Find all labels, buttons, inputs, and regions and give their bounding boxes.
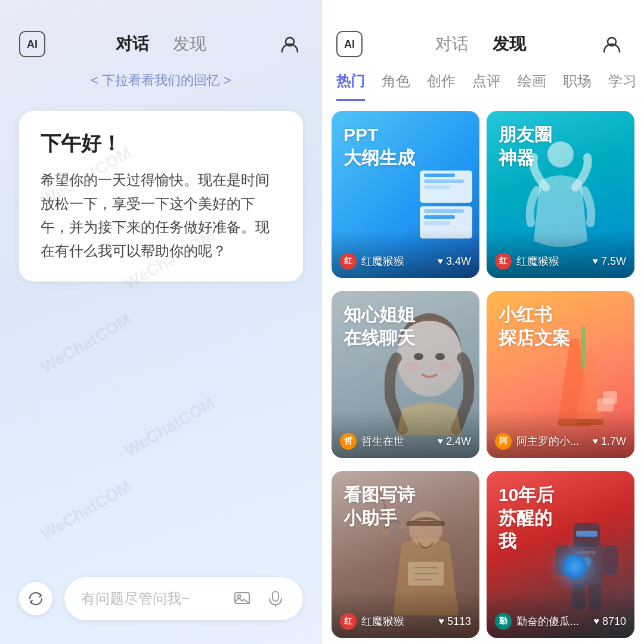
right-nav: 对话 发现 xyxy=(363,33,599,55)
mini-slide-1 xyxy=(420,171,472,203)
card-friends-author-name: 红魔猴猴 xyxy=(516,254,559,268)
card-poem-author: 红 红魔猴猴 xyxy=(340,613,404,630)
svg-rect-3 xyxy=(273,592,278,601)
card-future-author: 勤 勤奋的傻瓜... xyxy=(495,613,579,630)
card-sister-avatar: 哲 xyxy=(340,433,357,450)
card-future-avatar: 勤 xyxy=(495,613,512,630)
right-header: AI 对话 发现 xyxy=(322,0,644,67)
card-sister-likes: ♥ 2.4W xyxy=(437,435,471,448)
cat-review[interactable]: 点评 xyxy=(472,72,501,101)
avatar-letter-sister: 哲 xyxy=(340,433,357,450)
card-xhs-author-name: 阿主罗的小... xyxy=(516,434,579,448)
card-poem[interactable]: 看图写诗小助手 红 红魔猴猴 ♥ 5113 xyxy=(332,471,479,638)
svg-point-8 xyxy=(414,353,423,360)
input-icons xyxy=(231,588,286,609)
heart-icon-ppt: ♥ xyxy=(437,256,443,267)
friends-likes-count: 7.5W xyxy=(601,255,626,268)
memory-bar[interactable]: < 下拉看看我们的回忆 > xyxy=(0,67,322,101)
card-poem-likes: ♥ 5113 xyxy=(438,615,471,628)
svg-rect-16 xyxy=(603,391,617,404)
left-nav-duihua[interactable]: 对话 xyxy=(116,33,149,55)
refresh-button[interactable] xyxy=(19,582,52,615)
glow-orb xyxy=(563,555,587,578)
card-sister[interactable]: 知心姐姐在线聊天 哲 哲生在世 ♥ 2.4W xyxy=(332,291,479,458)
card-future[interactable]: 10年后苏醒的我 勤 勤奋的傻瓜... ♥ 8710 xyxy=(487,471,634,638)
right-nav-duihua[interactable]: 对话 xyxy=(435,33,469,55)
xhs-likes-count: 1.7W xyxy=(601,435,626,448)
card-friends-title: 朋友圈神器 xyxy=(499,123,628,169)
card-ppt-likes: ♥ 3.4W xyxy=(437,255,471,268)
chat-bubble: 下午好！ 希望你的一天过得愉快。现在是时间放松一下，享受一下这个美好的下午，并为… xyxy=(19,111,303,281)
card-xhs-footer: 阿 阿主罗的小... ♥ 1.7W xyxy=(495,433,626,450)
watermark-4: WeChatCOM xyxy=(121,394,218,460)
card-ppt-title: PPT大纲生成 xyxy=(343,123,473,169)
right-panel: AI 对话 发现 热门 角色 创作 点评 绘画 职场 学习 xyxy=(322,0,644,644)
poem-likes-count: 5113 xyxy=(447,615,471,628)
future-likes-count: 8710 xyxy=(602,615,626,628)
card-poem-footer: 红 红魔猴猴 ♥ 5113 xyxy=(340,613,471,630)
svg-point-11 xyxy=(439,363,453,371)
svg-point-10 xyxy=(405,363,420,371)
cat-study[interactable]: 学习 xyxy=(608,72,637,101)
mic-icon[interactable] xyxy=(265,588,286,609)
heart-icon-poem: ♥ xyxy=(438,616,444,627)
card-ppt-avatar: 红 xyxy=(340,253,357,270)
card-xiaohongshu[interactable]: 小红书探店文案 阿 阿主罗的小... ♥ 1.7W xyxy=(487,291,634,458)
avatar-letter-poem: 红 xyxy=(340,613,357,630)
avatar-letter: 红 xyxy=(340,253,357,270)
ppt-decorations xyxy=(420,171,472,239)
card-ppt-footer: 红 红魔猴猴 ♥ 3.4W xyxy=(340,253,471,270)
chat-title: 下午好！ xyxy=(41,130,281,157)
card-xhs-likes: ♥ 1.7W xyxy=(592,435,626,448)
card-friends-avatar: 红 xyxy=(495,253,512,270)
cat-create[interactable]: 创作 xyxy=(427,72,456,101)
card-sister-author-name: 哲生在世 xyxy=(361,434,404,448)
card-friends[interactable]: 朋友圈神器 红 红魔猴猴 ♥ 7.5W xyxy=(487,111,634,278)
cat-hot[interactable]: 热门 xyxy=(336,72,365,101)
chat-input-box[interactable]: 有问题尽管问我~ xyxy=(64,577,303,620)
card-future-footer: 勤 勤奋的傻瓜... ♥ 8710 xyxy=(495,613,626,630)
card-future-title: 10年后苏醒的我 xyxy=(499,483,628,553)
card-ppt-author: 红 红魔猴猴 xyxy=(340,253,404,270)
left-panel: AI 对话 发现 < 下拉看看我们的回忆 > 下午好！ 希望你的一天过得愉快。现… xyxy=(0,0,322,644)
avatar-letter-friends: 红 xyxy=(495,253,512,270)
card-future-author-name: 勤奋的傻瓜... xyxy=(516,614,579,628)
card-xhs-author: 阿 阿主罗的小... xyxy=(495,433,579,450)
watermark-3: WeChatCOM xyxy=(38,310,134,377)
left-profile-icon[interactable] xyxy=(277,31,303,57)
watermark-5: WeChatCOM xyxy=(38,477,134,544)
chat-text: 希望你的一天过得愉快。现在是时间放松一下，享受一下这个美好的下午，并为接下来的任… xyxy=(41,168,281,262)
card-xhs-title: 小红书探店文案 xyxy=(499,303,628,349)
card-sister-author: 哲 哲生在世 xyxy=(340,433,404,450)
right-nav-faxian[interactable]: 发现 xyxy=(493,33,526,55)
sister-likes-count: 2.4W xyxy=(446,435,471,448)
card-sister-title: 知心姐姐在线聊天 xyxy=(343,303,473,349)
card-poem-author-name: 红魔猴猴 xyxy=(361,614,404,628)
card-friends-footer: 红 红魔猴猴 ♥ 7.5W xyxy=(495,253,626,270)
svg-point-2 xyxy=(238,595,241,598)
ppt-likes-count: 3.4W xyxy=(446,255,471,268)
cat-work[interactable]: 职场 xyxy=(563,72,592,101)
category-tabs: 热门 角色 创作 点评 绘画 职场 学习 xyxy=(322,67,644,101)
cat-role[interactable]: 角色 xyxy=(382,72,410,101)
image-icon[interactable] xyxy=(231,588,253,609)
left-nav: 对话 发现 xyxy=(45,33,277,55)
heart-icon-friends: ♥ xyxy=(592,256,598,267)
input-placeholder: 有问题尽管问我~ xyxy=(81,589,231,608)
cards-grid: PPT大纲生成 红 红魔猴猴 ♥ 3.4W xyxy=(322,101,644,644)
right-profile-icon[interactable] xyxy=(599,31,625,57)
avatar-letter-future: 勤 xyxy=(495,613,512,630)
left-bottom-bar: 有问题尽管问我~ xyxy=(0,563,322,644)
card-ppt[interactable]: PPT大纲生成 红 红魔猴猴 ♥ 3.4W xyxy=(332,111,479,278)
avatar-letter-xhs: 阿 xyxy=(495,433,512,450)
card-poem-title: 看图写诗小助手 xyxy=(343,483,473,530)
right-ai-logo: AI xyxy=(336,31,363,57)
heart-icon-future: ♥ xyxy=(593,616,599,627)
left-nav-faxian[interactable]: 发现 xyxy=(173,33,206,55)
card-future-likes: ♥ 8710 xyxy=(593,615,626,628)
card-ppt-author-name: 红魔猴猴 xyxy=(361,254,404,268)
svg-point-9 xyxy=(435,353,445,360)
cat-paint[interactable]: 绘画 xyxy=(518,72,546,101)
card-poem-avatar: 红 xyxy=(340,613,357,630)
card-friends-author: 红 红魔猴猴 xyxy=(495,253,559,270)
